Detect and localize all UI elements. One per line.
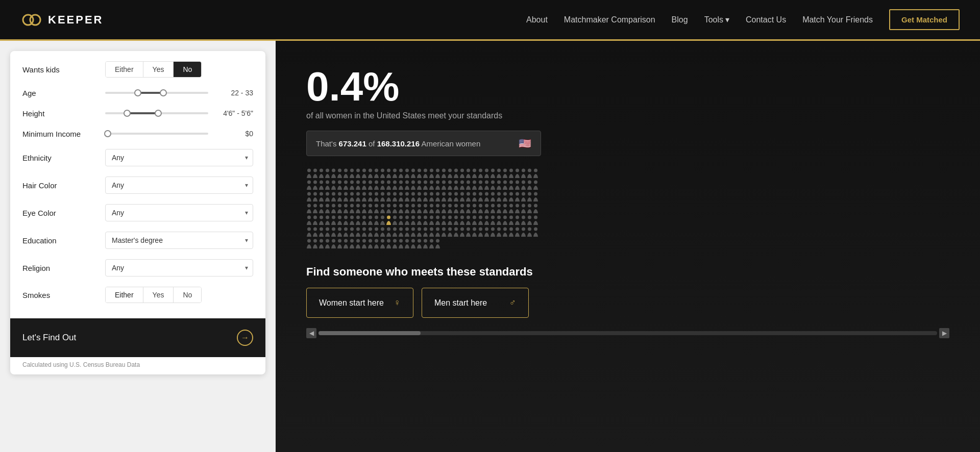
svg-point-238: [356, 239, 360, 243]
person-icon: [331, 239, 336, 250]
svg-point-109: [497, 192, 501, 196]
svg-point-207: [399, 228, 403, 231]
person-icon: [355, 168, 361, 180]
women-start-label: Women start here: [319, 298, 384, 308]
person-icon: [472, 204, 477, 215]
find-out-button[interactable]: Let's Find Out →: [10, 318, 265, 357]
religion-select[interactable]: Any Christian Jewish Muslim Buddhist Oth…: [105, 259, 253, 277]
person-icon: [478, 227, 483, 238]
person-icon: [392, 168, 398, 180]
wants-kids-no[interactable]: No: [174, 62, 201, 77]
women-start-button[interactable]: Women start here ♀: [306, 288, 413, 318]
smokes-yes[interactable]: Yes: [143, 287, 174, 303]
scroll-track[interactable]: [318, 331, 937, 335]
person-icon: [368, 168, 373, 180]
svg-point-172: [418, 216, 421, 219]
svg-point-174: [430, 216, 433, 219]
person-icon: [514, 180, 520, 191]
income-range[interactable]: [105, 129, 208, 139]
income-thumb[interactable]: [104, 130, 111, 137]
age-thumb-max[interactable]: [160, 89, 167, 96]
scroll-left-button[interactable]: ◀: [306, 328, 316, 338]
person-icon: [404, 168, 410, 180]
logo[interactable]: KEEPER: [20, 9, 103, 31]
male-icon: ♂: [509, 297, 517, 308]
height-thumb-min[interactable]: [124, 110, 131, 117]
svg-point-102: [454, 192, 458, 196]
svg-point-247: [411, 239, 415, 243]
nav-link-about[interactable]: About: [526, 15, 548, 24]
svg-point-184: [491, 216, 495, 219]
nav-link-matchmaker-comparison[interactable]: Matchmaker Comparison: [564, 15, 655, 24]
filter-row-education: Education Any High school Some college B…: [22, 232, 253, 249]
svg-point-237: [350, 239, 354, 243]
person-icon: [429, 168, 434, 180]
age-thumb-min[interactable]: [134, 89, 141, 96]
education-select[interactable]: Any High school Some college Bachelor's …: [105, 232, 253, 249]
person-icon: [404, 227, 410, 238]
height-range[interactable]: [105, 108, 208, 118]
get-matched-button[interactable]: Get Matched: [889, 9, 960, 30]
education-label: Education: [22, 236, 99, 245]
svg-point-179: [460, 216, 464, 219]
person-icon: [404, 180, 410, 191]
svg-point-46: [344, 181, 348, 184]
person-icon: [386, 168, 391, 180]
person-icon: [410, 168, 416, 180]
svg-point-15: [387, 169, 390, 172]
ethnicity-select[interactable]: Any White Black Hispanic Asian Other: [105, 149, 253, 166]
age-range[interactable]: [105, 88, 208, 98]
svg-point-212: [430, 228, 433, 231]
svg-point-158: [332, 216, 335, 219]
svg-point-147: [497, 204, 501, 208]
svg-point-71: [497, 181, 501, 184]
scroll-right-button[interactable]: ▶: [939, 328, 949, 338]
person-icon: [325, 204, 330, 215]
svg-point-116: [307, 204, 311, 208]
svg-point-20: [418, 169, 421, 172]
eye-color-select[interactable]: Any Blue Brown Green Hazel Other: [105, 204, 253, 221]
svg-point-28: [467, 169, 470, 172]
nav-link-tools[interactable]: Tools ▾: [704, 15, 729, 24]
wants-kids-yes[interactable]: Yes: [143, 62, 174, 77]
svg-point-128: [381, 204, 384, 208]
smokes-either[interactable]: Either: [106, 287, 143, 303]
svg-point-77: [534, 181, 537, 184]
right-panel: 0.4% of all women in the United States m…: [276, 41, 980, 452]
person-icon: [343, 239, 349, 250]
person-icon: [404, 239, 410, 250]
svg-point-61: [436, 181, 439, 184]
height-thumb-max[interactable]: [155, 110, 162, 117]
svg-point-123: [350, 204, 354, 208]
svg-point-225: [509, 228, 513, 231]
person-icon: [355, 215, 361, 227]
svg-point-208: [405, 228, 409, 231]
nav-link-match-friends[interactable]: Match Your Friends: [802, 15, 873, 24]
nav-link-contact[interactable]: Contact Us: [746, 15, 786, 24]
smokes-no[interactable]: No: [174, 287, 201, 303]
svg-point-105: [473, 192, 476, 196]
person-icon: [508, 215, 514, 227]
hair-color-select[interactable]: Any Blonde Brown Black Red Other: [105, 177, 253, 194]
svg-point-64: [454, 181, 458, 184]
person-icon: [392, 239, 398, 250]
wants-kids-either[interactable]: Either: [106, 62, 143, 77]
svg-point-104: [467, 192, 470, 196]
ethnicity-control: Any White Black Hispanic Asian Other ▾: [105, 149, 253, 166]
svg-point-72: [503, 181, 507, 184]
nav-link-blog[interactable]: Blog: [672, 15, 688, 24]
svg-point-81: [326, 192, 329, 196]
person-icon: [508, 192, 514, 203]
person-icon: [484, 215, 489, 227]
income-label: Minimum Income: [22, 130, 99, 138]
person-icon: [386, 192, 391, 203]
svg-point-66: [467, 181, 470, 184]
filter-scrollable[interactable]: Wants kids Either Yes No Age: [10, 51, 265, 318]
person-icon: [392, 204, 398, 215]
person-icon: [465, 204, 471, 215]
svg-point-214: [442, 228, 446, 231]
men-start-button[interactable]: Men start here ♂: [422, 288, 529, 318]
person-icon: [435, 215, 440, 227]
svg-point-63: [448, 181, 452, 184]
navigation: KEEPER About Matchmaker Comparison Blog …: [0, 0, 980, 41]
